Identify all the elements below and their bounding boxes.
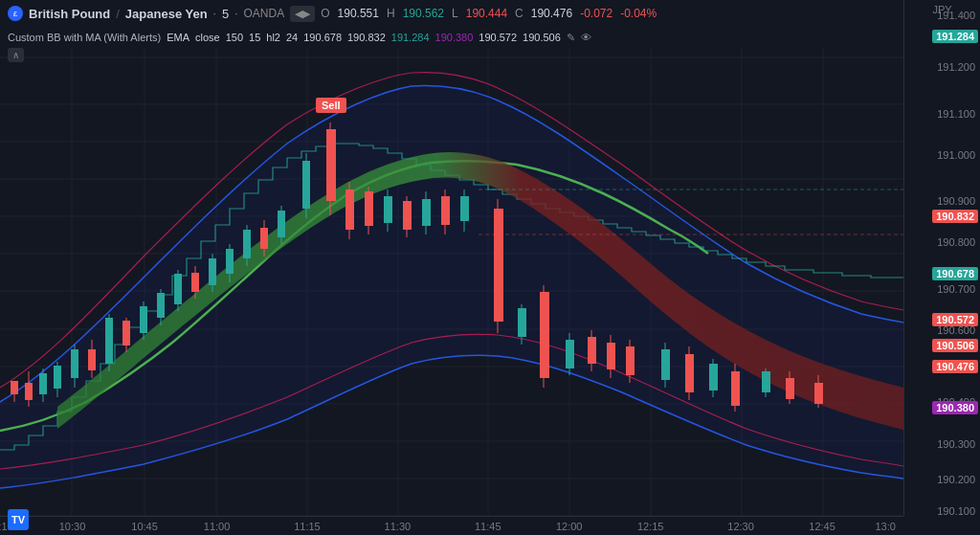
svg-rect-75 [460, 196, 469, 221]
svg-rect-29 [39, 373, 47, 394]
nav-arrows[interactable]: ◀▶ [290, 6, 315, 22]
indicator-bar: Custom BB with MA (With Alerts) EMA clos… [0, 27, 903, 48]
svg-rect-27 [25, 383, 33, 400]
svg-rect-91 [661, 349, 670, 380]
svg-rect-101 [786, 378, 794, 399]
time-tick: 11:00 [204, 521, 231, 532]
high-value: 190.562 [403, 7, 444, 20]
ind-val2: 190.832 [347, 32, 386, 43]
price-tick: 190.200 [937, 474, 975, 485]
price-tick: 191.200 [937, 61, 975, 73]
svg-rect-97 [731, 371, 740, 406]
time-tick: 10:45 [131, 521, 158, 532]
svg-rect-43 [157, 293, 165, 318]
svg-rect-31 [54, 366, 61, 389]
bb-upper-badge: 191.284 [932, 30, 978, 43]
low-value: 190.444 [466, 7, 507, 20]
time-tick: 13:0 [875, 521, 895, 532]
price-tick: 191.100 [937, 108, 975, 120]
bb-mid-badge: 190.832 [932, 210, 978, 223]
svg-rect-85 [588, 337, 596, 364]
ind-val1: 190.678 [303, 32, 342, 43]
price-tick: 190.100 [937, 505, 975, 517]
visibility-icon[interactable]: 👁 [581, 32, 591, 43]
chart-svg [0, 48, 903, 516]
time-tick: 12:45 [809, 521, 835, 532]
ind-param6: 24 [286, 32, 298, 43]
svg-rect-95 [709, 364, 718, 390]
svg-rect-57 [278, 211, 285, 237]
time-tick: 12:15 [637, 521, 664, 532]
price-badge-3: 190.476 [932, 360, 978, 373]
price-tick: 190.900 [937, 195, 975, 207]
svg-rect-37 [105, 318, 113, 364]
ind-param3: 150 [226, 32, 243, 43]
svg-rect-55 [260, 228, 268, 249]
time-tick: 12:30 [727, 521, 754, 532]
price-change-pct: -0.04% [620, 7, 657, 20]
ind-val5: 190.572 [479, 32, 517, 43]
close-value: 190.476 [531, 7, 572, 20]
svg-rect-47 [191, 273, 199, 292]
sell-label: Sell [316, 98, 346, 113]
close-label: C [515, 7, 523, 20]
ind-val6: 190.506 [523, 32, 561, 43]
price-badge-2: 190.506 [932, 339, 978, 352]
svg-rect-51 [226, 249, 234, 274]
ind-param2: close [195, 32, 220, 43]
ind-val3: 191.284 [391, 32, 430, 43]
svg-rect-69 [403, 201, 412, 230]
price-change: -0.072 [580, 7, 612, 20]
svg-rect-67 [384, 196, 392, 223]
price-bar: O 190.551 H 190.562 L 190.444 C 190.476 … [321, 7, 657, 20]
svg-rect-65 [365, 191, 373, 226]
chart-area[interactable]: Sell [0, 48, 903, 516]
price-tick: 191.000 [937, 149, 975, 161]
time-tick: 10:30 [59, 521, 86, 532]
edit-icon[interactable]: ✎ [567, 32, 575, 44]
open-label: O [321, 7, 329, 20]
price-badge-1: 190.572 [932, 313, 978, 326]
chart-container: £ British Pound / Japanese Yen · 5 · OAN… [0, 0, 980, 535]
ind-param4: 15 [249, 32, 260, 43]
collapse-button[interactable]: ∧ [8, 48, 24, 62]
price-tick: 190.300 [937, 438, 975, 450]
ind-param1: EMA [167, 32, 189, 43]
price-tick: 190.700 [937, 283, 975, 295]
svg-rect-33 [71, 349, 78, 378]
svg-rect-59 [302, 161, 310, 209]
svg-rect-89 [626, 346, 635, 375]
svg-rect-53 [243, 230, 251, 258]
tradingview-logo[interactable]: TV [8, 509, 29, 530]
svg-rect-81 [540, 292, 549, 378]
svg-rect-45 [174, 274, 182, 304]
time-tick: 11:30 [385, 521, 412, 532]
low-label: L [452, 7, 458, 20]
bb-lower-badge: 190.380 [932, 401, 978, 414]
ind-val4: 190.380 [435, 32, 474, 43]
ema-badge: 190.678 [932, 267, 978, 280]
time-tick: 11:45 [475, 521, 501, 532]
svg-rect-73 [441, 196, 450, 225]
svg-rect-49 [209, 258, 216, 285]
svg-rect-79 [518, 308, 526, 337]
indicator-name[interactable]: Custom BB with MA (With Alerts) [8, 32, 161, 43]
svg-rect-87 [607, 343, 615, 369]
symbol-name[interactable]: British Pound [29, 7, 110, 21]
broker-label: OANDA [244, 7, 285, 20]
price-tick: 190.800 [937, 236, 975, 248]
svg-rect-93 [685, 354, 694, 392]
broker-sep: · [234, 7, 237, 20]
price-axis: JPY 191.400 191.200 191.100 191.000 190.… [903, 0, 980, 516]
separator: / [116, 7, 120, 21]
svg-rect-83 [566, 340, 574, 368]
svg-rect-41 [140, 306, 147, 333]
pair-name[interactable]: Japanese Yen [125, 7, 208, 21]
svg-rect-71 [422, 199, 431, 226]
time-tick: 11:15 [294, 521, 321, 532]
svg-rect-61 [326, 129, 336, 201]
open-value: 190.551 [338, 7, 379, 20]
timeframe-value[interactable]: 5 [222, 7, 229, 21]
svg-rect-39 [122, 321, 130, 346]
svg-rect-77 [494, 209, 503, 322]
